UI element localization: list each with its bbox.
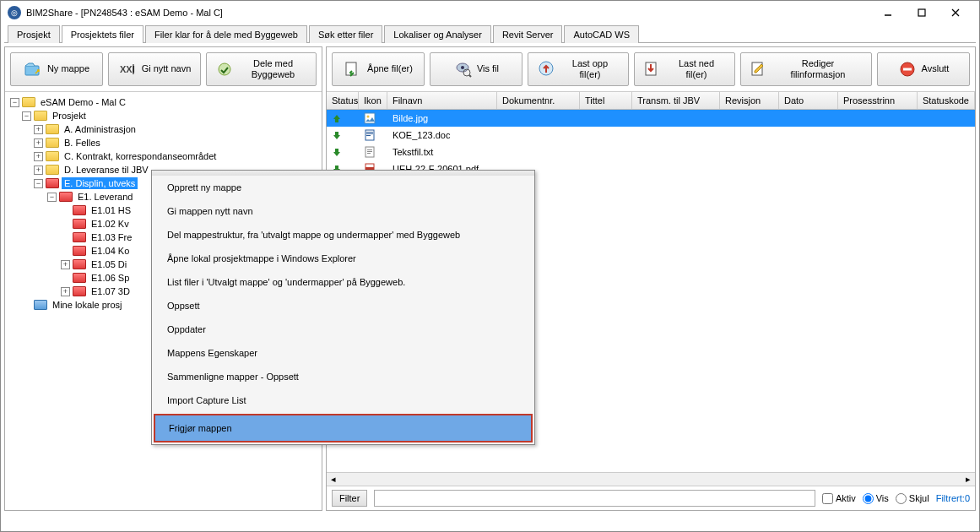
menu-import-capture[interactable]: Import Capture List	[152, 388, 534, 412]
upload-icon	[537, 60, 555, 79]
col-icon[interactable]: Ikon	[359, 92, 387, 109]
share-button[interactable]: Dele med Byggeweb	[206, 52, 317, 86]
tab-lokaliser[interactable]: Lokaliser og Analyser	[384, 25, 491, 43]
menu-setup[interactable]: Oppsett	[152, 294, 534, 318]
filter-skjul-radio[interactable]: Skjul	[896, 493, 929, 504]
edit-icon	[750, 60, 768, 79]
close-button[interactable]	[939, 3, 972, 22]
file-type-txt-icon	[359, 146, 387, 158]
horizontal-scrollbar[interactable]: ◂ ▸	[327, 472, 975, 486]
svg-rect-26	[367, 151, 372, 152]
file-grid-body: Bilde.jpg KOE_123.doc Tekstfil.txt UEH-2…	[327, 110, 975, 177]
svg-rect-4	[25, 66, 39, 75]
filter-active-checkbox[interactable]: Aktiv	[822, 493, 856, 504]
tree-folder[interactable]: +B. Felles	[7, 136, 320, 149]
open-file-icon	[344, 60, 362, 79]
svg-point-10	[461, 66, 464, 69]
new-folder-icon	[24, 60, 42, 79]
svg-rect-17	[903, 68, 912, 71]
svg-text:XXI: XXI	[120, 64, 135, 74]
filter-count: Filtrert:0	[936, 493, 970, 503]
tab-autocad[interactable]: AutoCAD WS	[564, 25, 639, 43]
file-name: Tekstfil.txt	[387, 147, 497, 157]
file-name: Bilde.jpg	[387, 113, 497, 123]
col-doknr[interactable]: Dokumentnr.	[497, 92, 580, 109]
rename-button[interactable]: XXI Gi nytt navn	[108, 52, 201, 86]
status-down-icon	[327, 130, 359, 140]
filter-label: Filter	[332, 490, 367, 507]
filter-vis-radio[interactable]: Vis	[863, 493, 889, 504]
menu-properties[interactable]: Mappens Egenskaper	[152, 341, 534, 365]
tree-project[interactable]: −Prosjekt	[7, 109, 320, 122]
new-folder-button[interactable]: Ny mappe	[10, 52, 103, 86]
col-date[interactable]: Dato	[779, 92, 838, 109]
maximize-button[interactable]	[905, 3, 939, 22]
menu-share-structure[interactable]: Del mappestruktur, fra 'utvalgt mappe og…	[152, 223, 534, 247]
open-file-button[interactable]: Åpne fil(er)	[332, 52, 425, 86]
tab-revit[interactable]: Revit Server	[493, 25, 563, 43]
file-type-image-icon	[359, 112, 387, 124]
col-rev[interactable]: Revisjon	[720, 92, 779, 109]
svg-rect-27	[367, 153, 371, 154]
file-row[interactable]: KOE_123.doc	[327, 127, 975, 144]
tree-root[interactable]: −eSAM Demo - Mal C	[7, 95, 320, 109]
menu-refresh[interactable]: Oppdater	[152, 318, 534, 341]
file-row[interactable]: Tekstfil.txt	[327, 144, 975, 160]
file-row[interactable]: Bilde.jpg	[327, 110, 975, 127]
close-button-tb[interactable]: Avslutt	[877, 52, 970, 86]
edit-info-button[interactable]: Rediger filinformasjon	[740, 52, 872, 86]
file-name: KOE_123.doc	[387, 130, 497, 140]
svg-rect-22	[366, 133, 373, 134]
status-down-icon	[327, 147, 359, 157]
filter-input[interactable]	[374, 490, 815, 507]
svg-rect-1	[918, 9, 925, 16]
tree-folder[interactable]: +C. Kontrakt, korrespondanseområdet	[7, 149, 320, 163]
svg-rect-21	[366, 132, 373, 133]
file-type-doc-icon	[359, 129, 387, 141]
svg-line-12	[469, 75, 471, 77]
tree-folder[interactable]: +A. Administrasjon	[7, 122, 320, 136]
folder-context-menu: Opprett ny mappe Gi mappen nytt navn Del…	[151, 170, 535, 445]
svg-point-7	[219, 63, 230, 75]
main-tabs: Prosjekt Prosjektets filer Filer klar fo…	[4, 24, 976, 43]
svg-point-19	[366, 116, 369, 118]
menu-create-folder[interactable]: Opprett ny mappe	[152, 176, 534, 199]
window-title: BIM2Share - [PN248543 : eSAM Demo - Mal …	[26, 8, 871, 18]
svg-rect-18	[365, 113, 375, 123]
upload-button[interactable]: Last opp fil(er)	[528, 52, 629, 86]
close-icon	[898, 60, 917, 79]
col-trans[interactable]: Transm. til JBV	[632, 92, 720, 109]
svg-rect-25	[367, 149, 372, 150]
tab-filer-klar[interactable]: Filer klar for å dele med Byggeweb	[145, 25, 307, 43]
col-statuscode[interactable]: Statuskode	[918, 92, 975, 109]
download-button[interactable]: Last ned fil(er)	[634, 52, 735, 86]
view-file-button[interactable]: Vis fil	[430, 52, 522, 86]
file-grid-header: Status Ikon Filnavn Dokumentnr. Tittel T…	[327, 92, 975, 110]
scroll-right-icon[interactable]: ▸	[961, 474, 975, 486]
download-icon	[643, 60, 662, 79]
menu-list-files[interactable]: List filer i 'Utvalgt mappe' og 'underma…	[152, 270, 534, 294]
filter-bar: Filter Aktiv Vis Skjul Filtrert:0	[327, 486, 975, 510]
status-up-icon	[327, 113, 359, 123]
rename-icon: XXI	[118, 60, 137, 79]
app-icon: ◎	[8, 6, 21, 19]
menu-compare[interactable]: Sammenligne mapper - Oppsett	[152, 365, 534, 388]
svg-rect-23	[366, 135, 371, 136]
view-file-icon	[453, 60, 472, 79]
menu-rename-folder[interactable]: Gi mappen nytt navn	[152, 199, 534, 223]
menu-release-folder[interactable]: Frigjør mappen	[154, 414, 533, 442]
menu-open-explorer[interactable]: Åpne lokal prosjektmappe i Windows Explo…	[152, 247, 534, 270]
col-filename[interactable]: Filnavn	[387, 92, 497, 109]
col-proc[interactable]: Prosesstrinn	[838, 92, 918, 109]
col-title[interactable]: Tittel	[580, 92, 632, 109]
tab-prosjektets-filer[interactable]: Prosjektets filer	[62, 25, 143, 43]
scroll-left-icon[interactable]: ◂	[327, 474, 340, 486]
share-icon	[215, 60, 234, 79]
col-status[interactable]: Status	[327, 92, 359, 109]
title-bar: ◎ BIM2Share - [PN248543 : eSAM Demo - Ma…	[1, 1, 979, 24]
tab-sok[interactable]: Søk etter filer	[309, 25, 382, 43]
tab-prosjekt[interactable]: Prosjekt	[8, 25, 60, 43]
minimize-button[interactable]	[871, 3, 905, 22]
